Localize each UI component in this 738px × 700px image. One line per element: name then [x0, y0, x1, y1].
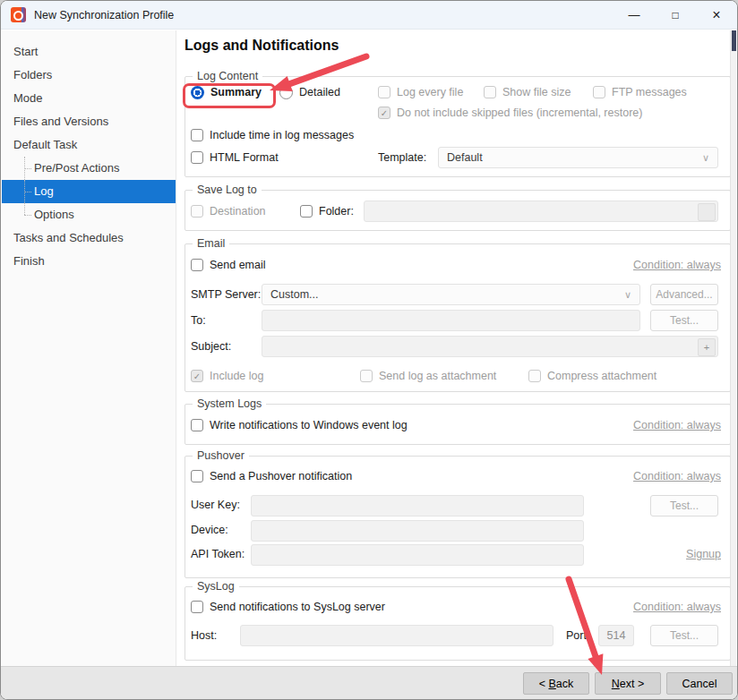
subject-variables-button[interactable]: +	[698, 338, 716, 356]
send-log-as-attachment-checkbox[interactable]: Send log as attachment	[360, 369, 496, 383]
pushover-test-button[interactable]: Test...	[650, 495, 718, 516]
window-title: New Synchronization Profile	[34, 9, 174, 21]
sidebar-item-default-task[interactable]: Default Task	[2, 133, 176, 157]
smtp-server-dropdown[interactable]: Custom... ∨	[262, 284, 640, 305]
folder-checkbox[interactable]: Folder:	[300, 204, 354, 218]
user-key-input[interactable]	[251, 495, 584, 516]
page-title: Logs and Notifications	[184, 38, 339, 54]
vertical-scrollbar[interactable]	[730, 30, 736, 666]
chevron-down-icon: ∨	[702, 152, 709, 164]
host-label: Host:	[191, 629, 217, 642]
sidebar-item-finish[interactable]: Finish	[2, 250, 176, 273]
template-label: Template:	[378, 151, 426, 164]
checkbox-icon	[191, 205, 203, 218]
chevron-down-icon: ∨	[624, 289, 631, 301]
subject-input[interactable]: +	[262, 336, 718, 357]
next-button[interactable]: Next >	[595, 672, 661, 695]
pushover-group-label: Pushover	[193, 449, 249, 462]
cancel-button[interactable]: Cancel	[666, 672, 733, 695]
pushover-group: Pushover Send a Pushover notification Co…	[184, 456, 731, 578]
email-test-button[interactable]: Test...	[650, 310, 718, 331]
sidebar-item-mode[interactable]: Mode	[2, 87, 176, 110]
summary-radio[interactable]: Summary	[191, 85, 262, 99]
signup-link[interactable]: Signup	[686, 548, 721, 560]
destination-checkbox[interactable]: Destination	[191, 204, 266, 218]
app-icon	[11, 7, 26, 22]
to-input[interactable]	[262, 310, 640, 331]
log-content-group: Log Content Summary Detailed Log every f…	[184, 76, 731, 177]
api-token-label: API Token:	[191, 548, 245, 560]
user-key-label: User Key:	[191, 499, 240, 511]
sidebar-item-options[interactable]: Options	[2, 203, 176, 226]
send-pushover-checkbox[interactable]: Send a Pushover notification	[191, 469, 352, 483]
email-condition-link[interactable]: Condition: always	[633, 259, 721, 271]
checkbox-icon	[191, 151, 203, 164]
wizard-sidebar: Start Folders Mode Files and Versions De…	[2, 30, 176, 666]
minimize-button[interactable]: —	[614, 1, 655, 30]
sidebar-item-start[interactable]: Start	[2, 40, 176, 64]
checkbox-icon	[484, 86, 496, 98]
write-event-log-checkbox[interactable]: Write notifications to Windows event log	[191, 418, 408, 432]
skipped-files-checkbox[interactable]: ✓ Do not include skipped files (incremen…	[378, 106, 642, 120]
template-dropdown[interactable]: Default ∨	[438, 147, 718, 168]
sidebar-item-files-and-versions[interactable]: Files and Versions	[2, 110, 176, 133]
host-input[interactable]	[240, 625, 554, 646]
include-log-checkbox[interactable]: ✓ Include log	[191, 369, 263, 383]
email-group: Email Send email Condition: always SMTP …	[184, 243, 731, 392]
checkbox-icon	[191, 601, 203, 613]
syslog-group-label: SysLog	[193, 580, 239, 593]
main-panel: Logs and Notifications Log Content Summa…	[176, 30, 737, 666]
send-syslog-checkbox[interactable]: Send notifications to SysLog server	[191, 600, 385, 614]
scrollbar-thumb[interactable]	[732, 30, 736, 51]
pushover-condition-link[interactable]: Condition: always	[633, 470, 721, 482]
browse-folder-button[interactable]	[698, 203, 716, 221]
checkbox-icon	[378, 86, 390, 98]
maximize-button[interactable]: □	[655, 1, 696, 30]
checkbox-checked-icon: ✓	[378, 107, 390, 119]
syslog-condition-link[interactable]: Condition: always	[633, 601, 721, 613]
checkbox-icon	[300, 205, 313, 218]
save-log-to-group: Save Log to Destination Folder:	[184, 190, 731, 231]
system-logs-group-label: System Logs	[193, 397, 266, 410]
checkbox-icon	[593, 86, 605, 98]
radio-on-icon	[191, 86, 204, 99]
device-input[interactable]	[251, 520, 584, 542]
sidebar-item-folders[interactable]: Folders	[2, 64, 176, 87]
close-button[interactable]: ×	[696, 1, 737, 30]
port-label: Port:	[566, 629, 589, 642]
email-group-label: Email	[193, 237, 229, 250]
syslog-test-button[interactable]: Test...	[650, 625, 718, 646]
title-bar: New Synchronization Profile — □ ×	[1, 1, 737, 30]
send-email-checkbox[interactable]: Send email	[191, 258, 266, 272]
smtp-server-label: SMTP Server:	[191, 288, 261, 301]
checkbox-icon	[191, 259, 203, 271]
include-time-checkbox[interactable]: Include time in log messages	[191, 128, 354, 142]
show-file-size-checkbox[interactable]: Show file size	[484, 85, 571, 99]
checkbox-icon	[191, 470, 203, 482]
back-button[interactable]: < Back	[523, 672, 589, 695]
footer-bar: < Back Next > Cancel	[1, 666, 737, 699]
advanced-button[interactable]: Advanced...	[650, 284, 718, 305]
sidebar-item-tasks-and-schedules[interactable]: Tasks and Schedules	[2, 226, 176, 250]
log-every-file-checkbox[interactable]: Log every file	[378, 85, 463, 99]
api-token-input[interactable]	[251, 544, 584, 566]
sidebar-item-log[interactable]: Log	[2, 180, 176, 203]
subject-label: Subject:	[191, 340, 231, 353]
folder-path-input[interactable]	[364, 201, 718, 222]
ftp-messages-checkbox[interactable]: FTP messages	[593, 85, 687, 99]
sidebar-item-pre-post-actions[interactable]: Pre/Post Actions	[2, 157, 176, 180]
radio-off-icon	[279, 86, 293, 99]
device-label: Device:	[191, 524, 228, 536]
port-input[interactable]: 514	[598, 625, 634, 646]
syslog-group: SysLog Send notifications to SysLog serv…	[184, 586, 731, 661]
html-format-checkbox[interactable]: HTML Format	[191, 150, 279, 165]
window-controls: — □ ×	[614, 1, 737, 30]
detailed-radio[interactable]: Detailed	[279, 85, 340, 99]
checkbox-icon	[191, 129, 203, 141]
new-sync-profile-dialog: New Synchronization Profile — □ × Start …	[0, 0, 738, 700]
system-logs-condition-link[interactable]: Condition: always	[633, 419, 721, 431]
to-label: To:	[191, 314, 206, 327]
system-logs-group: System Logs Write notifications to Windo…	[184, 404, 731, 445]
checkbox-icon	[528, 370, 541, 382]
compress-attachment-checkbox[interactable]: Compress attachment	[528, 369, 656, 383]
